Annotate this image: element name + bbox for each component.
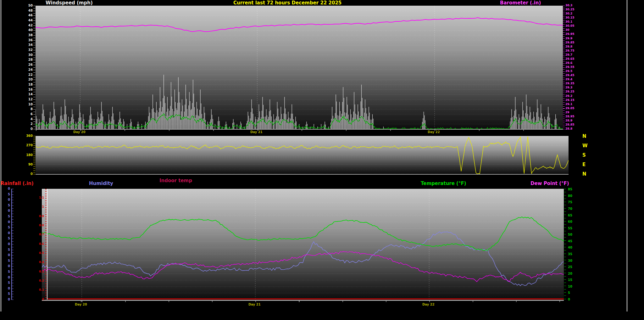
- windspeed-tick-label: 28: [23, 58, 33, 61]
- barometer-tick-label: 29.6: [565, 62, 572, 65]
- compass-label: N: [582, 171, 586, 177]
- wind-direction-bottom-border: [36, 174, 569, 175]
- barometer-tick-label: 29.55: [565, 66, 574, 69]
- windspeed-tick-label: 26: [23, 63, 33, 66]
- windspeed-tick-label: 6: [23, 112, 33, 116]
- barometer-tick-label: 30.3: [565, 4, 572, 7]
- humidity-tick-label: 5: [6, 259, 10, 262]
- windspeed-barometer-plot: [36, 6, 563, 129]
- humidity-tick-label: 5: [6, 215, 10, 218]
- rainfall-tick-label: 0.6: [34, 243, 44, 246]
- rainfall-tick-label: 0.3: [34, 270, 44, 273]
- barometer-tick-label: 28.8: [565, 127, 572, 131]
- temperature-tick-label: 80: [568, 194, 572, 198]
- humidity-tick-label: 0: [6, 253, 10, 257]
- temperature-tick-label: 75: [568, 200, 572, 204]
- windspeed-tick-label: 18: [23, 83, 33, 86]
- windspeed-tick-label: 24: [23, 68, 33, 71]
- humidity-tick-label: 0: [6, 264, 10, 268]
- temperature-tick-label: 45: [568, 239, 572, 243]
- windspeed-tick-label: 46: [23, 14, 33, 17]
- rainfall-tick-label: 1: [34, 205, 44, 209]
- rainfall-tick-label: 0: [34, 298, 44, 301]
- humidity-tick-label: 5: [6, 270, 10, 273]
- windspeed-tick-label: 38: [23, 33, 33, 37]
- barometer-tick-label: 29.75: [565, 49, 574, 53]
- temperature-axis-ticks: [564, 189, 566, 300]
- barometer-tick-label: 29.25: [565, 90, 574, 93]
- rainfall-tick-label: 0.4: [34, 261, 44, 264]
- windspeed-tick-label: 32: [23, 48, 33, 52]
- barometer-tick-label: 29.1: [565, 103, 572, 106]
- temperature-tick-label: 70: [568, 207, 572, 211]
- temperature-tick-label: 35: [568, 252, 572, 256]
- humidity-tick-label: 0: [6, 198, 10, 201]
- windspeed-tick-label: 34: [23, 43, 33, 47]
- temperature-tick-label: 30: [568, 259, 572, 262]
- barometer-tick-label: 30.2: [565, 12, 572, 15]
- barometer-tick-label: 29.85: [565, 41, 574, 44]
- windspeed-tick-label: 20: [23, 78, 33, 81]
- humidity-tick-label: 5: [6, 193, 10, 196]
- temperature-tick-label: 10: [568, 285, 572, 288]
- windspeed-tick-label: 42: [23, 24, 33, 27]
- humidity-tick-label: 0: [6, 242, 10, 246]
- rainfall-tick-label: 0.2: [34, 279, 44, 283]
- wind-direction-tick-label: 90: [23, 163, 33, 166]
- compass-label: E: [582, 162, 586, 167]
- wind-direction-axis-ticks: [33, 136, 35, 174]
- rainfall-tick-label: 0.9: [34, 215, 44, 218]
- barometer-tick-label: 28.85: [565, 123, 574, 126]
- indoor-temp-label: Indoor temp: [159, 178, 192, 183]
- barometer-title: Barometer (.in): [500, 0, 541, 6]
- rainfall-tick-label: 0.5: [34, 252, 44, 255]
- rainfall-tick-label: 1.1: [34, 196, 44, 199]
- temperature-tick-label: 5: [568, 291, 570, 295]
- barometer-tick-label: 29: [565, 111, 569, 114]
- barometer-tick-label: 29.65: [565, 58, 574, 61]
- barometer-tick-label: 29.9: [565, 37, 572, 40]
- rainfall-tick-label: 0.1: [34, 289, 44, 292]
- temperature-tick-label: 55: [568, 227, 572, 230]
- wind-direction-tick-label: 180: [23, 153, 33, 157]
- humidity-tick-label: 0: [6, 220, 10, 224]
- humidity-label: Humidity: [89, 181, 113, 186]
- humidity-tick-label: 0: [6, 287, 10, 290]
- barometer-tick-label: 29.15: [565, 99, 574, 102]
- humidity-tick-label: 5: [6, 281, 10, 284]
- humidity-tick-label: 5: [6, 248, 10, 251]
- day-label: Day 22: [428, 130, 440, 134]
- windspeed-tick-label: 10: [23, 103, 33, 106]
- humidity-tick-label: 0: [6, 187, 10, 190]
- day-label: Day 20: [73, 130, 86, 134]
- temperature-tick-label: 15: [568, 278, 572, 282]
- bottom-chart-time-ticks: [42, 301, 564, 302]
- barometer-tick-label: 29.5: [565, 70, 572, 73]
- temperature-label: Temperature (°F): [421, 181, 466, 186]
- temp-humidity-dewpoint-plot: [42, 189, 564, 300]
- windspeed-tick-label: 14: [23, 93, 33, 96]
- windspeed-tick-label: 4: [23, 117, 33, 121]
- dew-point-label: Dew Point (°F): [530, 181, 569, 186]
- temperature-tick-label: 65: [568, 214, 572, 217]
- temperature-tick-label: 60: [568, 220, 572, 223]
- barometer-tick-label: 29.95: [565, 33, 574, 36]
- barometer-tick-label: 29.4: [565, 78, 572, 81]
- wind-direction-plot: [36, 136, 569, 174]
- barometer-tick-label: 30.25: [565, 8, 574, 11]
- day-label: Day 22: [422, 303, 435, 306]
- right-frame-line: [627, 0, 627, 312]
- barometer-tick-label: 30: [565, 29, 569, 32]
- humidity-tick-label: 5: [6, 204, 10, 207]
- barometer-tick-label: 29.2: [565, 95, 572, 98]
- compass-label: S: [582, 153, 586, 158]
- windspeed-tick-label: 2: [23, 122, 33, 126]
- barometer-tick-label: 30.1: [565, 20, 572, 24]
- temperature-tick-label: 85: [568, 188, 572, 191]
- temperature-tick-label: 50: [568, 233, 572, 236]
- windspeed-tick-label: 30: [23, 53, 33, 57]
- humidity-axis-ticks: [12, 189, 14, 300]
- day-label: Day 21: [248, 303, 261, 306]
- left-frame-line: [1, 0, 1, 312]
- windspeed-tick-label: 0: [23, 127, 33, 131]
